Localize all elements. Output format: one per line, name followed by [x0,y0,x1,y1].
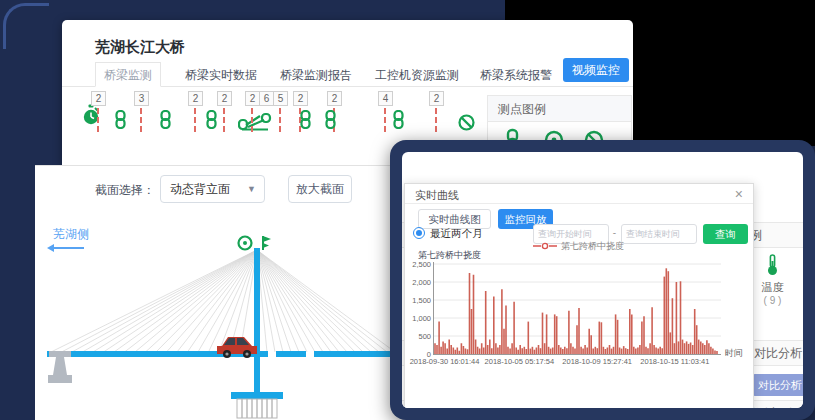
ban-icon[interactable] [458,114,475,135]
sensor-count-badge: 6 [259,91,274,106]
compare-analysis-button[interactable]: 对比分析 [752,374,803,396]
y-tick-label: 1,000 [405,314,431,323]
recent-two-months-label: 最近两个月 [430,227,483,241]
tower-gps-marker[interactable] [239,237,252,250]
y-tick-label: 500 [405,332,431,341]
sensor-dash-line [251,108,253,132]
legend-series-name: 第七跨桥中挠度 [561,240,624,253]
sensor-count-badge: 2 [91,91,106,106]
tab-monitor-report[interactable]: 桥梁监测报告 [280,67,352,84]
sensor-count-badge: 5 [273,91,288,106]
sensor-count-badge: 4 [378,91,393,106]
chain-icon[interactable] [324,110,337,133]
query-end-time-input[interactable] [621,224,697,244]
chevron-down-icon: ▼ [247,176,256,202]
sensor-dash-line [194,108,196,132]
section-select-label: 截面选择： [95,182,155,199]
chain-icon[interactable] [205,110,218,133]
abutment [48,351,72,383]
sensor-dash-line [97,108,99,132]
chain-icon[interactable] [392,110,405,133]
sensor-dash-line [279,108,281,132]
recent-two-months-radio[interactable] [413,227,425,239]
sensor-count-badge: 2 [217,91,232,106]
page-title: 芜湖长江大桥 [95,38,185,57]
section-select-dropdown[interactable]: 动态背立面 ▼ [160,175,265,203]
date-range-separator: - [610,227,619,238]
sensor-dash-line [140,108,142,132]
y-tick-label: 2,000 [405,278,431,287]
desktop: 芜湖长江大桥 桥梁监测 桥梁实时数据 桥梁监测报告 工控机资源监测 桥梁系统报警… [0,0,815,420]
search-button[interactable]: 查询 [703,224,748,244]
bridge-diagram [35,234,400,420]
sensor-count-badge: 2 [245,91,260,106]
video-monitor-button[interactable]: 视频监控 [563,58,629,82]
realtime-curve-dialog: 实时曲线 × 实时曲线图 监控回放 最近两个月 - 查询 第七跨桥中挠度 [404,183,754,408]
tower-anemometer-marker[interactable] [263,236,271,250]
section-select-value: 动态背立面 [170,182,230,196]
chart-legend: 第七跨桥中挠度 [533,241,624,251]
sensor-count-badge: 2 [293,91,308,106]
sensor-count-badge: 2 [327,91,342,106]
enlarge-section-button[interactable]: 放大截面 [288,175,352,203]
close-icon[interactable]: × [735,186,743,202]
y-tick-label: 2,500 [405,260,431,269]
x-tick-label: 2018-10-15 11:03:41 [638,357,712,366]
sensor-dash-line [223,108,225,132]
y-tick-label: 1,500 [405,296,431,305]
tab-system-alarm[interactable]: 桥梁系统报警 [480,67,552,84]
x-tick-label: 2018-09-30 16:01:44 [408,357,482,366]
sensor-dash-line [384,108,386,132]
dialog-title: 实时曲线 [415,188,459,203]
chain-icon[interactable] [299,110,312,133]
sensor-count-badge: 2 [188,91,203,106]
deflection-chart [433,262,721,355]
overlay-window-page: 测点图例 温度 ( 9 ) 对比分析 对比分析 桥梁测点列表 实时曲线 × 实时… [402,152,803,408]
sensor-count-badge: 2 [429,91,444,106]
dialog-tab-realtime-curve[interactable]: 实时曲线图 [418,209,491,229]
overlay-window-frame: 测点图例 温度 ( 9 ) 对比分析 对比分析 桥梁测点列表 实时曲线 × 实时… [390,140,815,420]
chain-icon[interactable] [114,110,127,133]
chain-icon[interactable] [159,110,172,133]
x-tick-label: 2018-10-09 15:27:41 [560,357,634,366]
tab-realtime-data[interactable]: 桥梁实时数据 [185,67,257,84]
sensor-dash-line [435,108,437,132]
sensor-count-badge: 3 [134,91,149,106]
x-tick-label: 2018-10-05 05:17:54 [482,357,556,366]
tab-ipc-resource[interactable]: 工控机资源监测 [375,67,459,84]
thermometer-icon [765,254,780,276]
x-axis-title: 时间 [725,347,743,360]
double-icon[interactable] [238,112,272,135]
legend-marker-icon [533,242,557,250]
frame-corner-decoration [3,3,49,49]
tab-bridge-monitor[interactable]: 桥梁监测 [95,62,161,87]
legend-panel-title: 测点图例 [488,96,631,122]
